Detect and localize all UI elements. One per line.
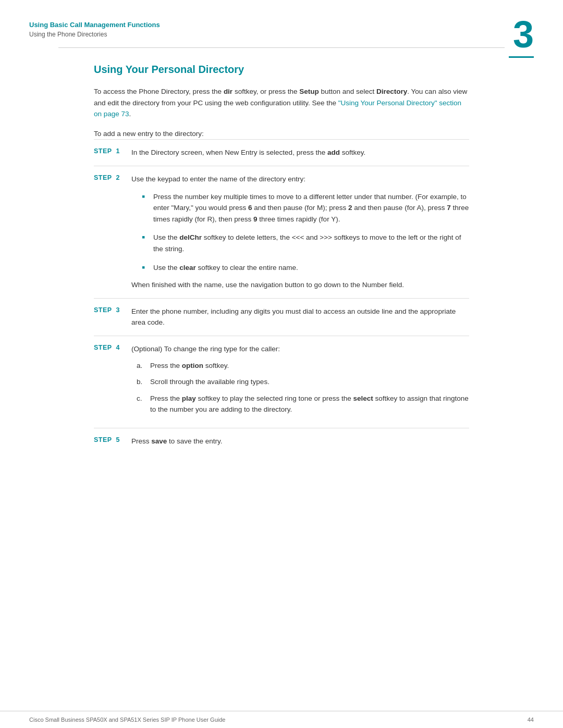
bold-6: 6 — [248, 204, 252, 212]
section-title: Using the Phone Directories — [29, 31, 534, 38]
save-bold: save — [151, 437, 167, 445]
bold-9: 9 — [253, 215, 258, 223]
play-bold: play — [182, 394, 196, 402]
page: Using Basic Call Management Functions Us… — [0, 0, 563, 728]
step-4-label: STEP 4 — [94, 343, 131, 351]
bullet-3-text: Use the clear softkey to clear the entir… — [153, 262, 298, 274]
step-1-number: 1 — [116, 147, 119, 155]
step-2-row: STEP 2 Use the keypad to enter the name … — [94, 166, 469, 298]
substep-4b: b. Scroll through the available ring typ… — [137, 376, 469, 388]
step-4-content: (Optional) To change the ring type for t… — [131, 343, 469, 421]
option-bold: option — [182, 362, 203, 369]
substep-4c-text: Press the play softkey to play the selec… — [150, 393, 469, 415]
chapter-number: 3 — [513, 16, 534, 53]
dir-bold: dir — [224, 88, 232, 95]
step-3-content: Enter the phone number, including any di… — [131, 306, 469, 328]
step-2-number: 2 — [116, 174, 119, 181]
header: Using Basic Call Management Functions Us… — [0, 0, 563, 48]
step-4-row: STEP 4 (Optional) To change the ring typ… — [94, 336, 469, 428]
footer-page: 44 — [528, 717, 534, 723]
step-4-number: 4 — [116, 344, 119, 351]
step-5-content: Press save to save the entry. — [131, 436, 469, 447]
footer: Cisco Small Business SPA50X and SPA51X S… — [0, 711, 563, 728]
main-content: Using Your Personal Directory To access … — [0, 48, 563, 711]
step-3-row: STEP 3 Enter the phone number, including… — [94, 298, 469, 336]
step-5-row: STEP 5 Press save to save the entry. — [94, 428, 469, 454]
step-1-row: STEP 1 In the Directory screen, when New… — [94, 139, 469, 166]
chapter-title: Using Basic Call Management Functions — [29, 21, 534, 29]
bold-2: 2 — [348, 204, 352, 212]
step-5-label: STEP 5 — [94, 436, 131, 443]
substep-4a-label: a. — [137, 360, 150, 372]
step-3-number: 3 — [116, 306, 119, 314]
bullet-1-text: Press the number key multiple times to m… — [153, 191, 469, 225]
setup-bold: Setup — [299, 88, 319, 95]
header-divider — [58, 47, 505, 48]
substep-4a-text: Press the option softkey. — [150, 360, 229, 372]
directory-bold: Directory — [376, 88, 407, 95]
step-2-subnote: When finished with the name, use the nav… — [131, 279, 469, 291]
add-bold: add — [327, 149, 340, 156]
step-2-label: STEP 2 — [94, 174, 131, 181]
step-5-number: 5 — [116, 436, 119, 443]
bullet-2-text: Use the delChr softkey to delete letters… — [153, 232, 469, 254]
step-1-content: In the Directory screen, when New Entry … — [131, 147, 469, 158]
section-heading: Using Your Personal Directory — [94, 64, 469, 76]
step-3-label: STEP 3 — [94, 306, 131, 314]
clear-bold: clear — [179, 264, 196, 272]
steps-area: STEP 1 In the Directory screen, when New… — [94, 139, 469, 454]
bullet-dot-2: ▪ — [142, 232, 148, 243]
step-4-substeps: a. Press the option softkey. b. Scroll t… — [137, 360, 469, 415]
bold-7: 7 — [447, 204, 451, 212]
step-1-label: STEP 1 — [94, 147, 131, 155]
substep-4c-label: c. — [137, 393, 150, 415]
footer-text: Cisco Small Business SPA50X and SPA51X S… — [29, 717, 225, 723]
bullet-3: ▪ Use the clear softkey to clear the ent… — [142, 262, 469, 274]
substep-4b-text: Scroll through the available ring types. — [150, 376, 270, 388]
bullet-dot-3: ▪ — [142, 262, 148, 274]
bullet-2: ▪ Use the delChr softkey to delete lette… — [142, 232, 469, 254]
chapter-number-bar — [509, 56, 534, 58]
step-2-bullets: ▪ Press the number key multiple times to… — [142, 191, 469, 274]
bullet-dot-1: ▪ — [142, 191, 148, 203]
add-entry-paragraph: To add a new entry to the directory: — [94, 128, 469, 140]
personal-directory-link[interactable]: "Using Your Personal Directory" section … — [94, 99, 461, 118]
substep-4a: a. Press the option softkey. — [137, 360, 469, 372]
substep-4b-label: b. — [137, 376, 150, 388]
bullet-1: ▪ Press the number key multiple times to… — [142, 191, 469, 225]
select-bold: select — [353, 394, 373, 402]
step-2-content: Use the keypad to enter the name of the … — [131, 174, 469, 291]
substep-4c: c. Press the play softkey to play the se… — [137, 393, 469, 415]
delchr-bold: delChr — [179, 233, 202, 241]
intro-paragraph-1: To access the Phone Directory, press the… — [94, 86, 469, 120]
